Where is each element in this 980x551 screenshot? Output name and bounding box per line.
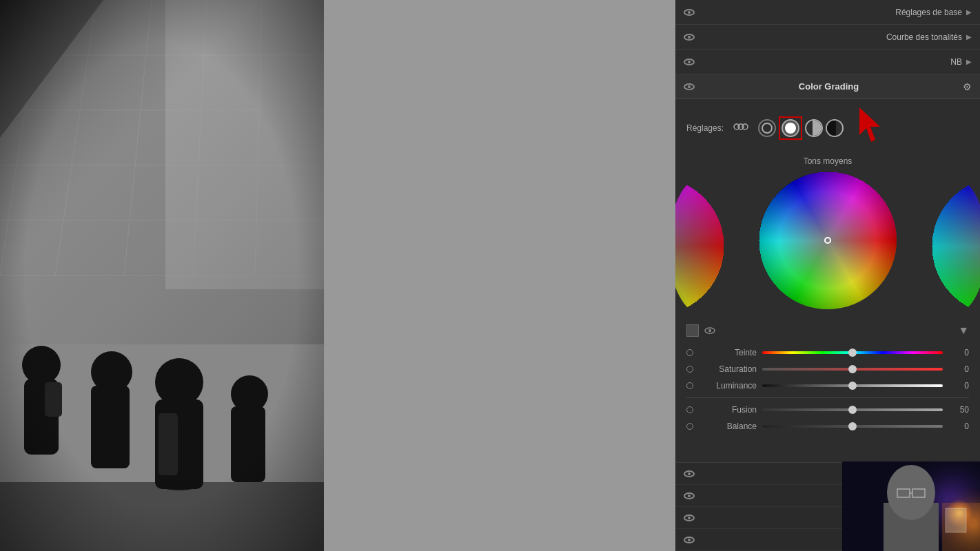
fusion-thumb[interactable] bbox=[848, 406, 857, 414]
eye-icon-nb[interactable] bbox=[684, 59, 695, 65]
nb-section[interactable]: NB ▶ bbox=[675, 50, 980, 74]
saturation-thumb[interactable] bbox=[848, 365, 857, 373]
mode-buttons bbox=[758, 116, 844, 140]
bottom-panels bbox=[675, 462, 980, 551]
saturation-value: 0 bbox=[948, 364, 969, 374]
fusion-track[interactable] bbox=[762, 408, 943, 411]
eye-icon-wheel[interactable] bbox=[704, 324, 715, 337]
svg-point-32 bbox=[742, 124, 748, 129]
svg-point-35 bbox=[708, 329, 711, 332]
luminance-value: 0 bbox=[948, 381, 969, 391]
eye-icon-bottom-4[interactable] bbox=[684, 537, 695, 543]
gray-area bbox=[324, 0, 675, 551]
eye-icon-courbe[interactable] bbox=[684, 34, 695, 41]
teinte-track[interactable] bbox=[762, 351, 943, 354]
reglages-de-base-section[interactable]: Réglages de base ▶ bbox=[675, 0, 980, 25]
balance-reset-icon[interactable] bbox=[686, 423, 693, 430]
wheel-bottom-row: ▼ bbox=[675, 322, 980, 342]
balance-label: Balance bbox=[702, 422, 757, 431]
color-grading-settings-icon[interactable]: ⚙ bbox=[963, 81, 972, 92]
courbe-tonalites-title: Courbe des tonalités bbox=[695, 32, 962, 42]
eye-icon-bottom-3[interactable] bbox=[684, 514, 695, 521]
webcam-area bbox=[842, 461, 980, 551]
red-selection-box bbox=[779, 116, 802, 140]
color-square[interactable] bbox=[686, 324, 699, 337]
wheel-label: Tons moyens bbox=[804, 156, 853, 166]
teinte-label: Teinte bbox=[702, 348, 757, 357]
teinte-reset-icon[interactable] bbox=[686, 349, 693, 356]
reglages-icons bbox=[733, 121, 748, 135]
teinte-thumb[interactable] bbox=[848, 349, 857, 357]
nb-title: NB bbox=[695, 57, 962, 67]
fusion-reset-icon[interactable] bbox=[686, 406, 693, 413]
photo-area bbox=[0, 0, 675, 551]
color-wheel[interactable] bbox=[759, 171, 897, 309]
luminance-reset-icon[interactable] bbox=[686, 382, 693, 389]
arrow-icon-nb: ▶ bbox=[966, 58, 972, 65]
right-wheel[interactable] bbox=[918, 177, 980, 315]
split-tone-icon[interactable] bbox=[826, 119, 844, 137]
mode-btn-midtones[interactable] bbox=[782, 119, 799, 137]
arrow-icon-reglages: ▶ bbox=[966, 8, 972, 16]
reglages-de-base-title: Réglages de base bbox=[695, 8, 962, 17]
balance-thumb[interactable] bbox=[848, 422, 857, 430]
right-panel: Réglages de base ▶ Courbe des tonalités … bbox=[675, 0, 980, 551]
eye-icon-reglages[interactable] bbox=[684, 9, 695, 16]
fusion-value: 50 bbox=[948, 405, 969, 415]
balance-value: 0 bbox=[948, 422, 969, 431]
luminance-label: Luminance bbox=[702, 381, 757, 391]
bw-photo bbox=[0, 0, 324, 551]
teinte-value: 0 bbox=[948, 348, 969, 357]
eye-icon-color-grading[interactable] bbox=[684, 83, 695, 90]
mode-btn-highlights[interactable] bbox=[758, 119, 776, 137]
arrow-icon-courbe: ▶ bbox=[966, 33, 972, 41]
wheels-container: Tons moyens bbox=[675, 156, 980, 322]
saturation-label: Saturation bbox=[702, 364, 757, 374]
color-grading-header: Color Grading ⚙ bbox=[675, 74, 980, 99]
left-wheel[interactable] bbox=[675, 177, 737, 315]
eye-icon-bottom-2[interactable] bbox=[684, 492, 695, 499]
svg-marker-33 bbox=[859, 107, 880, 142]
balance-slider-row: Balance 0 bbox=[686, 422, 969, 431]
slider-divider bbox=[686, 397, 969, 398]
luminance-thumb[interactable] bbox=[848, 382, 857, 390]
luminance-track[interactable] bbox=[762, 384, 943, 387]
luminance-slider-row: Luminance 0 bbox=[686, 381, 969, 391]
saturation-reset-icon[interactable] bbox=[686, 366, 693, 373]
color-grading-title: Color Grading bbox=[799, 81, 859, 92]
mode-btn-shadows[interactable] bbox=[805, 119, 823, 137]
svg-rect-29 bbox=[0, 0, 324, 551]
saturation-track[interactable] bbox=[762, 368, 943, 371]
circles-reg-icon[interactable] bbox=[733, 121, 748, 135]
sliders-area: Teinte 0 Saturation 0 Luminance bbox=[675, 342, 980, 444]
teinte-slider-row: Teinte 0 bbox=[686, 348, 969, 357]
eye-icon-bottom-1[interactable] bbox=[684, 470, 695, 477]
main-wheel-container: Tons moyens bbox=[759, 156, 897, 309]
saturation-slider-row: Saturation 0 bbox=[686, 364, 969, 374]
down-arrow-wheel[interactable]: ▼ bbox=[958, 324, 969, 337]
courbe-tonalites-section[interactable]: Courbe des tonalités ▶ bbox=[675, 25, 980, 50]
fusion-slider-row: Fusion 50 bbox=[686, 405, 969, 415]
reglages-label: Réglages: bbox=[686, 123, 724, 133]
cursor-indicator bbox=[856, 107, 884, 148]
color-grading-section: Color Grading ⚙ Réglages: bbox=[675, 74, 980, 462]
reglages-row: Réglages: bbox=[675, 99, 980, 156]
fusion-label: Fusion bbox=[702, 405, 757, 415]
balance-track[interactable] bbox=[762, 425, 943, 428]
